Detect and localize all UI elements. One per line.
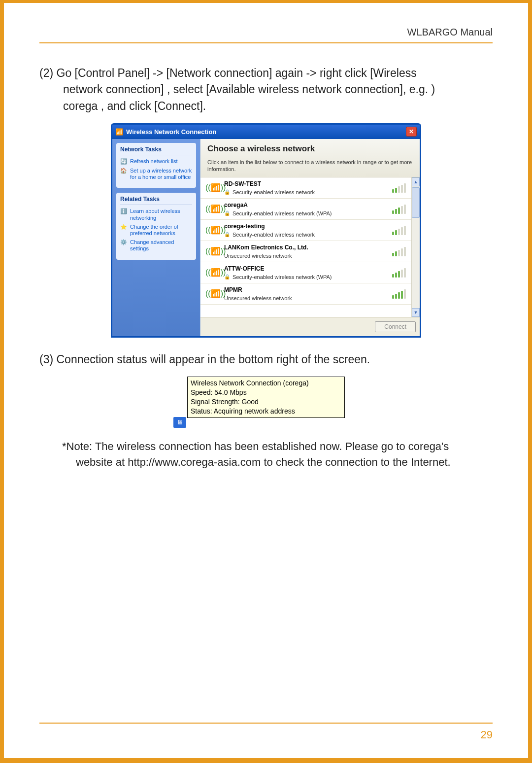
related-tasks-panel: Related Tasks ℹ️ Learn about wireless ne… — [116, 193, 196, 259]
lock-icon: 🔒 — [224, 189, 230, 195]
lock-icon: 🔒 — [224, 210, 230, 216]
network-name: MPMR — [224, 286, 387, 293]
bottom-rule — [39, 723, 493, 724]
step-3: (3) Connection status will appear in the… — [39, 351, 493, 368]
network-tasks-panel: Network Tasks 🔄 Refresh network list 🏠 S… — [116, 143, 196, 188]
step-2-line1: (2) Go [Control Panel] -> [Network conne… — [39, 65, 493, 81]
network-item[interactable]: ((📶))ATTW-OFFICE🔒Security-enabled wirele… — [200, 262, 420, 283]
network-name: ATTW-OFFICE — [224, 265, 387, 272]
sidebar: Network Tasks 🔄 Refresh network list 🏠 S… — [112, 139, 200, 336]
setup-link[interactable]: 🏠 Set up a wireless network for a home o… — [120, 168, 192, 180]
window-title: Wireless Network Connection — [126, 128, 216, 136]
network-item[interactable]: ((📶))LANKom Electronics Co., Ltd.Unsecur… — [200, 241, 420, 262]
network-security: Security-enabled wireless network (WPA) — [233, 210, 332, 216]
network-name: RD-SW-TEST — [224, 180, 387, 187]
learn-label: Learn about wireless networking — [130, 208, 192, 221]
network-list: ((📶))RD-SW-TEST🔒Security-enabled wireles… — [200, 177, 420, 317]
scroll-up-icon[interactable]: ▲ — [412, 177, 420, 186]
tray-network-icon: 🖥 — [173, 417, 186, 428]
antenna-icon: ((📶)) — [205, 289, 219, 298]
antenna-icon: ((📶)) — [205, 268, 219, 277]
info-icon: ℹ️ — [120, 208, 127, 215]
xp-titlebar: 📶 Wireless Network Connection ✕ — [112, 125, 420, 139]
order-label: Change the order of preferred networks — [130, 224, 192, 237]
signal-bars-icon — [392, 268, 406, 277]
network-tasks-heading: Network Tasks — [120, 146, 192, 155]
header-title: WLBARGO Manual — [407, 27, 493, 38]
choose-heading: Choose a wireless network — [207, 144, 413, 154]
antenna-icon: ((📶)) — [205, 225, 219, 235]
signal-bars-icon — [392, 246, 406, 256]
scroll-down-icon[interactable]: ▼ — [412, 308, 420, 317]
network-item[interactable]: ((📶))corega-testing🔒Security-enabled wir… — [200, 220, 420, 241]
signal-bars-icon — [392, 289, 406, 299]
page-content: (2) Go [Control Panel] -> [Network conne… — [39, 65, 493, 470]
tooltip-line-2: Speed: 54.0 Mbps — [191, 388, 341, 397]
network-security: Security-enabled wireless network (WPA) — [233, 274, 332, 280]
figure-connection-tooltip: Wireless Network Connection (corega) Spe… — [187, 377, 345, 428]
network-name: LANKom Electronics Co., Ltd. — [224, 244, 387, 251]
tooltip-line-3: Signal Strength: Good — [191, 397, 341, 407]
lock-icon: 🔒 — [224, 274, 230, 279]
setup-label: Set up a wireless network for a home or … — [130, 168, 192, 180]
lock-icon: 🔒 — [224, 232, 230, 237]
step-3-text: (3) Connection status will appear in the… — [39, 351, 493, 368]
network-item[interactable]: ((📶))MPMRUnsecured wireless network — [200, 283, 420, 305]
network-item[interactable]: ((📶))RD-SW-TEST🔒Security-enabled wireles… — [200, 177, 420, 199]
order-link[interactable]: ⭐ Change the order of preferred networks — [120, 224, 192, 237]
antenna-icon: ((📶)) — [205, 204, 219, 213]
network-item[interactable]: ((📶))coregaA🔒Security-enabled wireless n… — [200, 199, 420, 220]
setup-icon: 🏠 — [120, 168, 127, 174]
step-2: (2) Go [Control Panel] -> [Network conne… — [39, 65, 493, 114]
network-security: Unsecured wireless network — [224, 253, 292, 259]
network-security: Security-enabled wireless network — [233, 189, 315, 195]
advanced-link[interactable]: ⚙️ Change advanced settings — [120, 239, 192, 252]
network-security: Security-enabled wireless network — [233, 232, 315, 238]
connect-button[interactable]: Connect — [375, 321, 416, 332]
network-security: Unsecured wireless network — [224, 295, 292, 301]
note-label: *Note: — [62, 440, 92, 452]
step-2-line2: network connection] , select [Available … — [39, 81, 493, 98]
wireless-icon: 📶 — [115, 128, 123, 136]
close-button[interactable]: ✕ — [406, 127, 417, 137]
dialog-footer: Connect — [200, 317, 420, 336]
tooltip-box: Wireless Network Connection (corega) Spe… — [187, 377, 345, 418]
scrollbar[interactable]: ▲ ▼ — [411, 177, 420, 317]
manual-page: WLBARGO Manual (2) Go [Control Panel] ->… — [4, 3, 528, 758]
choose-subtext: Click an item in the list below to conne… — [207, 159, 413, 173]
learn-link[interactable]: ℹ️ Learn about wireless networking — [120, 208, 192, 221]
main-panel: Choose a wireless network Click an item … — [200, 139, 420, 336]
refresh-icon: 🔄 — [120, 158, 127, 165]
refresh-link[interactable]: 🔄 Refresh network list — [120, 158, 192, 165]
step-2-line3: corega , and click [Connect]. — [39, 98, 493, 114]
signal-bars-icon — [392, 183, 406, 193]
tooltip-line-1: Wireless Network Connection (corega) — [191, 379, 341, 388]
xp-window: 📶 Wireless Network Connection ✕ Network … — [111, 123, 421, 338]
refresh-label: Refresh network list — [130, 158, 178, 165]
star-icon: ⭐ — [120, 224, 127, 231]
figure-wireless-dialog: 📶 Wireless Network Connection ✕ Network … — [111, 123, 421, 338]
signal-bars-icon — [392, 225, 406, 235]
page-number: 29 — [481, 728, 493, 741]
gear-icon: ⚙️ — [120, 239, 127, 246]
tooltip-line-4: Status: Acquiring network address — [191, 407, 341, 416]
network-name: coregaA — [224, 202, 387, 208]
network-name: corega-testing — [224, 223, 387, 230]
scroll-thumb[interactable] — [412, 187, 420, 218]
related-tasks-heading: Related Tasks — [120, 196, 192, 205]
antenna-icon: ((📶)) — [205, 246, 219, 256]
signal-bars-icon — [392, 204, 406, 214]
top-rule — [39, 42, 493, 43]
note-line-1: The wireless connection has been establi… — [95, 440, 449, 452]
note-line-2: website at http://www.corega-asia.com to… — [76, 456, 451, 468]
advanced-label: Change advanced settings — [130, 239, 192, 252]
antenna-icon: ((📶)) — [205, 183, 219, 192]
note: *Note: The wireless connection has been … — [39, 439, 493, 470]
